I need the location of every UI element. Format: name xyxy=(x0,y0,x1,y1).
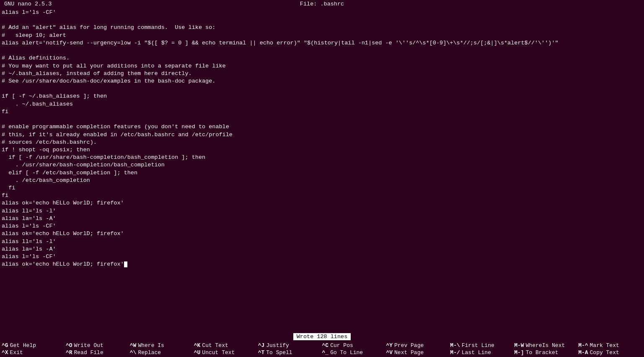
shortcut-item[interactable]: ^JJustify xyxy=(258,342,322,349)
shortcut-label: Cur Pos xyxy=(330,342,353,349)
shortcut-label: Where Is xyxy=(138,342,164,349)
status-bar: Wrote 128 lines xyxy=(0,332,644,341)
editor-line: alias ok='echo hELLo WorlD; firefox' xyxy=(2,230,124,237)
editor-line: . /usr/share/bash-completion/bash_comple… xyxy=(2,162,165,168)
shortcut-key: ^W xyxy=(130,342,137,349)
shortcut-label: Mark Text xyxy=(590,342,619,349)
shortcut-key: ^G xyxy=(2,342,8,349)
shortcut-label: Read File xyxy=(74,349,103,356)
status-message: Wrote 128 lines xyxy=(293,333,351,340)
shortcut-row-2: ^XExit^RRead File^\Replace^UUncut Text^T… xyxy=(0,349,644,356)
editor-line: # Alias definitions. xyxy=(2,55,70,61)
editor-line: # Add an "alert" alias for long running … xyxy=(2,24,215,31)
shortcut-key: ^U xyxy=(194,349,201,356)
shortcut-key: M-\ xyxy=(450,342,460,349)
shortcut-key: ^O xyxy=(66,342,72,349)
shortcut-key: ^_ xyxy=(322,349,329,356)
editor-line: alias alert='notify-send --urgency=low -… xyxy=(2,40,559,46)
shortcut-label: Last Line xyxy=(462,349,491,356)
shortcut-item[interactable]: ^KCut Text xyxy=(194,342,258,349)
shortcut-bar: ^GGet Help^OWrite Out^WWhere Is^KCut Tex… xyxy=(0,341,644,357)
shortcut-label: Next Page xyxy=(394,349,424,356)
editor-line: # sources /etc/bash.bashrc). xyxy=(2,139,97,145)
shortcut-item[interactable]: ^CCur Pos xyxy=(322,342,386,349)
shortcut-item[interactable]: ^YPrev Page xyxy=(386,342,450,349)
shortcut-item[interactable]: ^TTo Spell xyxy=(258,349,322,356)
shortcut-key: M-^ xyxy=(578,342,588,349)
shortcut-item[interactable]: M-/Last Line xyxy=(450,349,514,356)
shortcut-key: ^\ xyxy=(130,349,137,356)
shortcut-item[interactable]: ^XExit xyxy=(2,349,66,356)
shortcut-item[interactable]: ^GGet Help xyxy=(2,342,66,349)
shortcut-label: Write Out xyxy=(74,342,103,349)
shortcut-label: Go To Line xyxy=(330,349,363,356)
shortcut-item[interactable]: ^OWrite Out xyxy=(66,342,130,349)
shortcut-label: To Bracket xyxy=(526,349,559,356)
editor-line: alias la='ls -A' xyxy=(2,246,56,252)
editor-line: fi xyxy=(2,185,15,191)
editor-line: if [ -f ~/.bash_aliases ]; then xyxy=(2,93,107,99)
title-bar: GNU nano 2.5.3 File: .bashrc xyxy=(0,0,644,8)
editor-line: # You may want to put all your additions… xyxy=(2,63,226,69)
editor-line: # See /usr/share/doc/bash-doc/examples i… xyxy=(2,78,215,84)
editor-line: alias l='ls -CF' xyxy=(2,223,56,229)
shortcut-key: ^R xyxy=(66,349,72,356)
shortcut-key: M-A xyxy=(578,349,588,356)
file-name: File: .bashrc xyxy=(216,1,428,7)
editor-line: alias la='ls -A' xyxy=(2,215,56,222)
editor-line: # this, if it's already enabled in /etc/… xyxy=(2,132,233,138)
shortcut-key: ^T xyxy=(258,349,265,356)
shortcut-label: First Line xyxy=(462,342,494,349)
shortcut-item[interactable]: ^\Replace xyxy=(130,349,194,356)
shortcut-row-1: ^GGet Help^OWrite Out^WWhere Is^KCut Tex… xyxy=(0,342,644,349)
shortcut-label: To Spell xyxy=(266,349,292,356)
editor-line: fi xyxy=(2,109,8,115)
shortcut-key: M-W xyxy=(514,342,524,349)
editor-line: alias l='ls -CF' xyxy=(2,254,56,260)
editor-line: alias ll='ls -l' xyxy=(2,208,56,214)
shortcut-item[interactable]: ^_Go To Line xyxy=(322,349,386,356)
shortcut-item[interactable]: M-WWhereIs Next xyxy=(514,342,578,349)
shortcut-item[interactable]: ^VNext Page xyxy=(386,349,450,356)
shortcut-item[interactable]: M-^Mark Text xyxy=(578,342,642,349)
shortcut-label: Replace xyxy=(138,349,161,356)
shortcut-item[interactable]: M-]To Bracket xyxy=(514,349,578,356)
shortcut-item[interactable]: M-ACopy Text xyxy=(578,349,642,356)
editor-line: . ~/.bash_aliases xyxy=(2,101,73,107)
editor-line: # enable programmable completion feature… xyxy=(2,124,229,130)
editor-line: alias ll='ls -l' xyxy=(2,238,56,245)
shortcut-item[interactable]: ^RRead File xyxy=(66,349,130,356)
shortcut-label: Uncut Text xyxy=(202,349,235,356)
shortcut-label: Exit xyxy=(10,349,23,356)
cursor xyxy=(124,261,127,267)
editor-line: if [ -f /usr/share/bash-completion/bash_… xyxy=(2,154,205,160)
shortcut-key: M-/ xyxy=(450,349,460,356)
shortcut-label: Copy Text xyxy=(590,349,619,356)
title-right xyxy=(428,1,640,7)
editor-line: # sleep 10; alert xyxy=(2,32,66,39)
shortcut-item[interactable]: M-\First Line xyxy=(450,342,514,349)
shortcut-key: ^K xyxy=(194,342,201,349)
editor-line: if ! shopt -oq posix; then xyxy=(2,147,90,153)
shortcut-label: Prev Page xyxy=(394,342,424,349)
editor-line: alias l='ls -CF' xyxy=(2,9,56,16)
shortcut-key: ^Y xyxy=(386,342,393,349)
editor-line: alias ok='echo hELLo WorlD; firefox' xyxy=(2,261,124,267)
shortcut-label: WhereIs Next xyxy=(526,342,565,349)
editor-area[interactable]: alias l='ls -CF' # Add an "alert" alias … xyxy=(0,8,644,332)
shortcut-key: ^X xyxy=(2,349,8,356)
editor-line: alias ok='echo hELLo WorlD; firefox' xyxy=(2,200,124,206)
editor-line: elif [ -f /etc/bash_completion ]; then xyxy=(2,170,137,176)
shortcut-key: M-] xyxy=(514,349,524,356)
app-name: GNU nano 2.5.3 xyxy=(4,1,216,7)
shortcut-key: ^C xyxy=(322,342,329,349)
editor-line: . /etc/bash_completion xyxy=(2,177,90,184)
editor-line: fi xyxy=(2,192,8,199)
shortcut-label: Get Help xyxy=(10,342,36,349)
shortcut-key: ^V xyxy=(386,349,393,356)
shortcut-label: Cut Text xyxy=(202,342,228,349)
shortcut-item[interactable]: ^WWhere Is xyxy=(130,342,194,349)
editor-line: # ~/.bash_aliases, instead of adding the… xyxy=(2,70,192,77)
shortcut-key: ^J xyxy=(258,342,265,349)
shortcut-item[interactable]: ^UUncut Text xyxy=(194,349,258,356)
